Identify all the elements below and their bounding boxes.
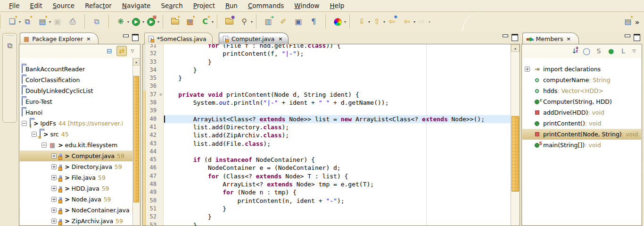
editor-tab-computer-java[interactable]: JComputer.java× [219, 33, 289, 44]
menu-refactor[interactable]: Refactor [80, 0, 117, 11]
code-line-44[interactable]: 44 [143, 148, 511, 156]
collapse-all-button[interactable]: ⊟ [104, 46, 115, 56]
new-view-dropdown-icon[interactable]: ▾ [49, 20, 51, 24]
new-class-dropdown-icon[interactable]: ▾ [212, 20, 214, 24]
line-number[interactable]: 41 [146, 123, 158, 131]
line-number[interactable]: 42 [146, 131, 158, 139]
fast-view-grip[interactable] [6, 35, 14, 36]
expander-plus-icon[interactable]: + [51, 164, 57, 169]
code-text[interactable]: NodeContainer e = (NodeContainer) d; [164, 164, 511, 172]
tab-members[interactable]: ▪●▴ Members × [522, 33, 579, 44]
expander-plus-icon[interactable]: + [51, 153, 57, 159]
tree-item-directory-java[interactable]: +J>Directory.java59 [20, 161, 132, 172]
code-line-45[interactable]: 45 if (d instanceof NodeContainer) { [143, 156, 511, 164]
code-text[interactable]: list.add(ZipArchiv.class); [164, 131, 511, 139]
close-icon[interactable]: × [278, 36, 282, 42]
line-number[interactable]: 43 [146, 140, 158, 148]
tree-item-euro-test[interactable]: Euro-Test [20, 96, 132, 107]
code-text[interactable] [164, 148, 511, 156]
line-number[interactable]: 45 [146, 156, 158, 164]
line-number[interactable]: 50 [146, 197, 158, 205]
maximize-button[interactable] [512, 34, 518, 40]
close-icon[interactable]: × [566, 36, 570, 42]
member-computer-string-hdd-[interactable]: cComputer(String, HDD) [522, 96, 641, 107]
tree-item-edu-kit-filesystem[interactable]: −▦>edu.kit.filesystem [20, 140, 132, 151]
menu-edit[interactable]: Edit [25, 0, 48, 11]
previous-annotation-dropdown-icon[interactable]: ▾ [383, 20, 385, 24]
menu-project[interactable]: Project [188, 0, 220, 11]
line-number[interactable]: 48 [146, 180, 158, 188]
code-text[interactable]: for (Node n : tmp) { [164, 188, 511, 196]
member-printcontent-node-string-[interactable]: printContent(Node, String) : void [522, 129, 641, 140]
next-annotation-button[interactable]: ⇩▾ [355, 16, 368, 28]
minimize-button[interactable] [502, 34, 509, 40]
hide-fields-button[interactable]: ◯ [581, 46, 592, 56]
color-palette-button[interactable]: ▾ [331, 16, 344, 28]
new-view-button[interactable]: ▤✦▾ [36, 16, 49, 28]
scroll-up-icon[interactable]: ▴ [511, 44, 520, 52]
member-hdds[interactable]: hdds : Vector<HDD> [522, 85, 641, 96]
last-edit-location-button[interactable]: ⇦✱ [386, 16, 398, 28]
open-perspective-button[interactable]: ▤✦ [622, 16, 634, 28]
code-area[interactable]: 31 for (File f : hdd.get(File.class)) {3… [143, 44, 511, 226]
line-number[interactable]: 31 [146, 44, 158, 50]
tree-item-file-java[interactable]: +J>File.java59 [20, 172, 132, 183]
debug-button[interactable]: ❋▾ [115, 16, 127, 28]
menu-run[interactable]: Run [220, 0, 243, 11]
compare-documents-button[interactable]: ⧉ [91, 16, 103, 28]
expander-plus-icon[interactable]: + [51, 186, 57, 191]
code-line-36[interactable]: 36 [143, 82, 511, 90]
line-number[interactable]: 44 [146, 148, 158, 156]
tree-item-node-java[interactable]: +J>Node.java59 [20, 194, 132, 205]
print-button[interactable]: ⎙ [66, 16, 79, 28]
line-number[interactable]: 49 [146, 188, 158, 196]
view-menu-icon[interactable]: ▽ [630, 49, 638, 53]
maximize-button[interactable] [132, 34, 139, 40]
line-number[interactable]: 38 [146, 99, 158, 107]
code-line-39[interactable]: 39 [143, 107, 511, 115]
expander-minus-icon[interactable]: − [41, 142, 47, 148]
expander-minus-icon[interactable]: − [22, 121, 27, 126]
code-text[interactable]: printContent(n, ident + "-"); [164, 197, 511, 205]
code-line-35[interactable]: 35 } [143, 74, 511, 82]
run-dropdown-icon[interactable]: ▾ [142, 20, 144, 24]
code-text[interactable]: System.out.println("|-" + ident + " " + … [164, 99, 511, 107]
tree-item-bankaccountreader[interactable]: BankAccountReader [20, 64, 132, 75]
tree-item-ipdfs[interactable]: −J>IpdFs44 [https://svnserver.i [20, 118, 132, 129]
link-with-editor-button[interactable]: ⇄ [116, 46, 127, 56]
tree-item-doublylinkedcycliclist[interactable]: DoublyLinkedCyclicList [20, 85, 132, 96]
code-line-50[interactable]: 50 printContent(n, ident + "-"); [143, 197, 511, 205]
line-number[interactable]: 47 [146, 172, 158, 180]
run-external-tools-button[interactable]: ▶▦▾ [145, 16, 157, 28]
restore-fast-view-button[interactable]: ⧉ [5, 40, 15, 51]
code-line-34[interactable]: 34 } [143, 66, 511, 74]
back-dropdown-icon[interactable]: ▾ [413, 20, 415, 24]
code-text[interactable]: } [164, 205, 511, 213]
code-text[interactable]: } [164, 66, 511, 74]
line-number[interactable]: 37 [146, 91, 158, 99]
new-package-button[interactable]: ▦✦ [184, 16, 196, 28]
debug-dropdown-icon[interactable]: ▾ [127, 20, 129, 24]
expander-plus-icon[interactable]: + [51, 175, 57, 180]
code-line-53[interactable]: 53 } [143, 221, 511, 226]
expander-plus-icon[interactable]: + [51, 197, 57, 202]
new-button[interactable]: ❏✦▾ [6, 16, 18, 28]
expander-plus-icon[interactable]: + [51, 208, 57, 213]
mark-occurrences-button[interactable]: ✐ [277, 16, 289, 28]
show-fields-button[interactable]: ● [606, 46, 616, 56]
editor-tab--someclass-java[interactable]: J*SomeClass.java [144, 33, 213, 44]
show-source-blocks-button[interactable]: ▣ [292, 16, 305, 28]
open-fast-view-button[interactable] [5, 54, 15, 66]
code-line-32[interactable]: 32 printContent(f, "|-"); [143, 50, 511, 58]
member-import-declarations[interactable]: +⇥import declarations [522, 64, 641, 75]
code-line-41[interactable]: 41 list.add(Directory.class); [143, 123, 511, 131]
code-text[interactable]: } [164, 221, 511, 226]
tree-item-hdd-java[interactable]: +J>HDD.java59 [20, 183, 132, 194]
tree-item-hanoi[interactable]: Hanoi [20, 107, 132, 118]
tree-item-computer-java[interactable]: +J>Computer.java59 [20, 151, 132, 161]
tree-item-nodecontainer-java[interactable]: +J>NodeContainer.java59 [20, 205, 132, 216]
code-text[interactable]: } [164, 74, 511, 82]
new-dropdown-icon[interactable]: ▾ [19, 20, 21, 24]
tree-item-colorclassification[interactable]: ColorClassification [20, 75, 132, 85]
run-last-task-button[interactable]: ▥➜ [262, 16, 274, 28]
